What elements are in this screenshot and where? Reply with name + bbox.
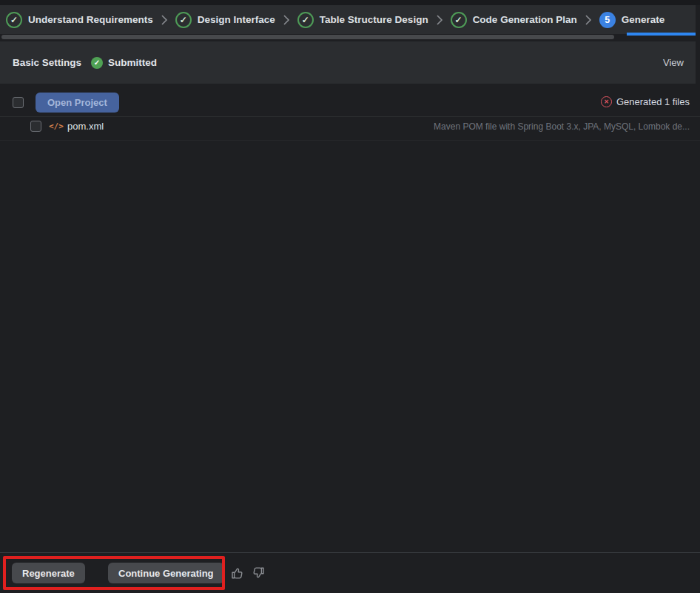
horizontal-scrollbar-thumb[interactable]	[1, 35, 614, 39]
step-table-structure-design[interactable]: ✓ Table Structure Design	[297, 12, 428, 28]
step-done-check-icon: ✓	[297, 12, 314, 28]
thumbs-up-icon[interactable]	[230, 566, 245, 580]
continue-generating-button[interactable]: Continue Generating	[108, 563, 224, 583]
generated-status-label: Generated 1 files	[616, 96, 690, 107]
row-divider	[0, 140, 700, 141]
file-checkbox[interactable]	[30, 121, 41, 132]
thumbs-down-icon[interactable]	[251, 566, 266, 580]
step-label: Code Generation Plan	[473, 14, 577, 25]
step-generate-active[interactable]: 5 Generate	[599, 12, 665, 28]
generated-status: ✕ Generated 1 files	[601, 96, 690, 107]
row-divider	[0, 116, 700, 117]
submitted-check-icon: ✓	[91, 57, 103, 69]
step-code-generation-plan[interactable]: ✓ Code Generation Plan	[451, 12, 577, 28]
stepper: ✓ Understand Requirements ✓ Design Inter…	[0, 5, 696, 34]
step-label: Understand Requirements	[28, 14, 153, 25]
section-header: Basic Settings ✓ Submitted View	[0, 41, 696, 84]
step-done-check-icon: ✓	[451, 12, 467, 28]
footer-divider	[0, 552, 700, 553]
file-name[interactable]: pom.xml	[67, 121, 104, 132]
step-done-check-icon: ✓	[175, 12, 192, 28]
view-button[interactable]: View	[663, 57, 684, 68]
step-understand-requirements[interactable]: ✓ Understand Requirements	[6, 12, 153, 28]
chevron-right-icon	[161, 14, 168, 26]
select-all-checkbox[interactable]	[13, 97, 24, 108]
section-title: Basic Settings	[13, 57, 81, 68]
chevron-right-icon	[283, 14, 290, 26]
open-project-button[interactable]: Open Project	[36, 93, 119, 113]
submitted-status-label: Submitted	[108, 57, 157, 68]
chevron-right-icon	[436, 14, 443, 26]
step-label: Generate	[622, 14, 665, 25]
active-step-underline	[627, 33, 696, 36]
step-done-check-icon: ✓	[6, 12, 22, 28]
code-generation-panel: ✓ Understand Requirements ✓ Design Inter…	[0, 0, 700, 593]
step-design-interface[interactable]: ✓ Design Interface	[175, 12, 275, 28]
file-description: Maven POM file with Spring Boot 3.x, JPA…	[434, 121, 690, 132]
error-circle-icon: ✕	[601, 96, 612, 107]
regenerate-button[interactable]: Regenerate	[12, 563, 85, 583]
chevron-right-icon	[585, 14, 592, 26]
step-number-badge: 5	[599, 12, 616, 28]
step-label: Table Structure Design	[320, 14, 428, 25]
top-strip	[0, 0, 700, 5]
code-file-icon: </>	[49, 121, 64, 131]
step-label: Design Interface	[198, 14, 275, 25]
